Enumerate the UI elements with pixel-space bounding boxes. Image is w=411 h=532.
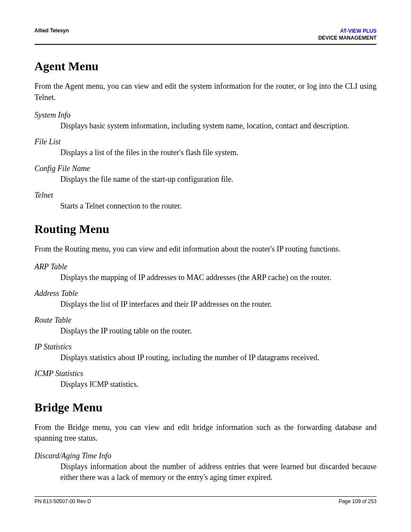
section-title-agent: Agent Menu (34, 59, 377, 73)
footer-right: Page 109 of 253 (339, 498, 377, 504)
desc: Displays ICMP statistics. (60, 379, 377, 390)
page-header: Allied Telesyn AT-VIEW PLUS DEVICE MANAG… (34, 28, 377, 45)
desc: Displays basic system information, inclu… (60, 121, 377, 131)
section-intro: From the Agent menu, you can view and ed… (34, 81, 377, 103)
definition-list: Discard/Aging Time Info Displays informa… (34, 451, 377, 483)
term: System Info (34, 111, 377, 120)
desc: Displays the mapping of IP addresses to … (60, 272, 377, 283)
definition-list: ARP Table Displays the mapping of IP add… (34, 262, 377, 390)
term: Route Table (34, 316, 377, 325)
desc: Displays statistics about IP routing, in… (60, 352, 377, 363)
footer-left: PN 613-50507-00 Rev D (34, 498, 91, 504)
term: Address Table (34, 289, 377, 298)
term: Config File Name (34, 164, 377, 173)
page: Allied Telesyn AT-VIEW PLUS DEVICE MANAG… (0, 0, 411, 532)
page-footer: PN 613-50507-00 Rev D Page 109 of 253 (34, 496, 377, 504)
term: ARP Table (34, 262, 377, 271)
desc: Displays the IP routing table on the rou… (60, 326, 377, 336)
section-intro: From the Bridge menu, you can view and e… (34, 422, 377, 444)
term: File List (34, 137, 377, 146)
term: ICMP Statistics (34, 369, 377, 378)
header-product: AT-VIEW PLUS (318, 28, 377, 34)
desc: Displays the list of IP interfaces and t… (60, 299, 377, 310)
definition-list: System Info Displays basic system inform… (34, 111, 377, 212)
term: IP Statistics (34, 342, 377, 352)
desc: Starts a Telnet connection to the router… (60, 201, 377, 212)
header-left: Allied Telesyn (34, 28, 69, 34)
desc: Displays information about the number of… (60, 461, 377, 483)
term: Telnet (34, 191, 377, 200)
desc: Displays a list of the files in the rout… (60, 147, 377, 158)
section-title-routing: Routing Menu (34, 222, 377, 236)
section-title-bridge: Bridge Menu (34, 401, 377, 414)
desc: Displays the file name of the start-up c… (60, 174, 377, 185)
term: Discard/Aging Time Info (34, 451, 377, 460)
section-intro: From the Routing menu, you can view and … (34, 244, 377, 255)
header-subtitle: DEVICE MANAGEMENT (318, 34, 377, 41)
header-right: AT-VIEW PLUS DEVICE MANAGEMENT (318, 28, 377, 41)
